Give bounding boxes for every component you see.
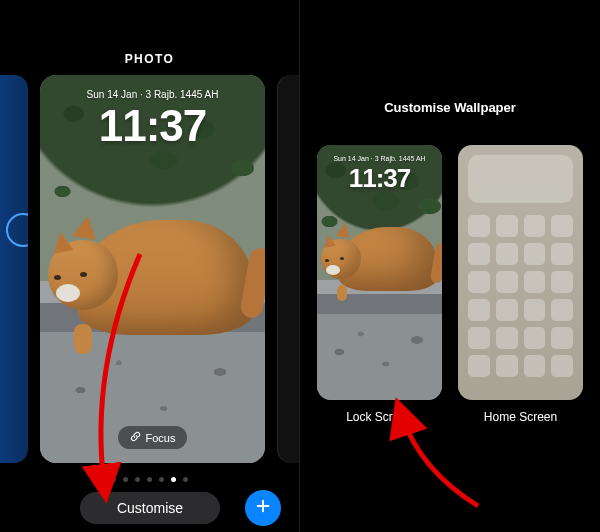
customise-title: Customise Wallpaper <box>300 100 600 115</box>
app-placeholder-icon <box>496 327 518 349</box>
customise-wallpaper-panel: Customise Wallpaper Sun 14 Jan · 3 Rajb.… <box>300 0 600 532</box>
app-placeholder-icon <box>496 271 518 293</box>
app-placeholder-icon <box>468 271 490 293</box>
app-placeholder-icon <box>496 299 518 321</box>
lockscreen-date: Sun 14 Jan · 3 Rajb. 1445 AH <box>40 89 265 100</box>
screen-pair: Sun 14 Jan · 3 Rajb. 1445 AH 11:37 Lock … <box>300 145 600 424</box>
customise-label: Customise <box>117 500 183 516</box>
gallery-category-title: PHOTO <box>0 52 299 66</box>
app-placeholder-icon <box>496 243 518 265</box>
app-placeholder-icon <box>524 327 546 349</box>
app-placeholder-icon <box>551 327 573 349</box>
app-placeholder-icon <box>551 243 573 265</box>
page-dot <box>147 477 152 482</box>
page-dot <box>111 477 116 482</box>
page-dot-active <box>171 477 176 482</box>
wallpaper-card-current[interactable]: Sun 14 Jan · 3 Rajb. 1445 AH 11:37 Focus <box>40 75 265 463</box>
app-placeholder-icon <box>551 271 573 293</box>
homescreen-option[interactable]: Home Screen <box>458 145 583 424</box>
app-placeholder-icon <box>468 355 490 377</box>
app-placeholder-icon <box>551 215 573 237</box>
lockscreen-date: Sun 14 Jan · 3 Rajb. 1445 AH <box>317 155 442 162</box>
app-placeholder-icon <box>496 215 518 237</box>
widget-placeholder <box>468 155 573 203</box>
focus-pill[interactable]: Focus <box>118 426 188 449</box>
app-placeholder-icon <box>524 243 546 265</box>
plus-icon <box>255 498 271 518</box>
wallpaper-gallery-panel: PHOTO Sun 14 Jan · 3 Rajb. 1445 AH 11:37… <box>0 0 300 532</box>
app-placeholder-icon <box>468 327 490 349</box>
lockscreen-time: 11:37 <box>40 101 265 151</box>
page-indicator[interactable] <box>0 477 299 482</box>
page-dot <box>183 477 188 482</box>
link-focus-icon <box>130 431 141 444</box>
homescreen-label: Home Screen <box>458 410 583 424</box>
app-placeholder-icon <box>468 243 490 265</box>
app-placeholder-icon <box>496 355 518 377</box>
lockscreen-time: 11:37 <box>317 163 442 194</box>
page-dot <box>159 477 164 482</box>
prev-wallpaper-peek[interactable] <box>0 75 28 463</box>
lockscreen-label: Lock Screen <box>317 410 442 424</box>
wallpaper-cat <box>339 227 437 291</box>
add-wallpaper-button[interactable] <box>245 490 281 526</box>
app-placeholder-icon <box>468 299 490 321</box>
next-wallpaper-peek[interactable] <box>277 75 299 463</box>
app-grid <box>468 215 573 388</box>
wallpaper-rock <box>317 280 442 400</box>
app-placeholder-icon <box>551 355 573 377</box>
page-dot <box>123 477 128 482</box>
page-dot <box>135 477 140 482</box>
annotation-arrow-icon <box>370 410 500 524</box>
lockscreen-option[interactable]: Sun 14 Jan · 3 Rajb. 1445 AH 11:37 Lock … <box>317 145 442 424</box>
app-placeholder-icon <box>468 215 490 237</box>
app-placeholder-icon <box>551 299 573 321</box>
wallpaper-cat <box>78 220 253 335</box>
app-placeholder-icon <box>524 299 546 321</box>
app-placeholder-icon <box>524 215 546 237</box>
app-placeholder-icon <box>524 271 546 293</box>
app-placeholder-icon <box>524 355 546 377</box>
focus-label: Focus <box>146 432 176 444</box>
customise-button[interactable]: Customise <box>80 492 220 524</box>
